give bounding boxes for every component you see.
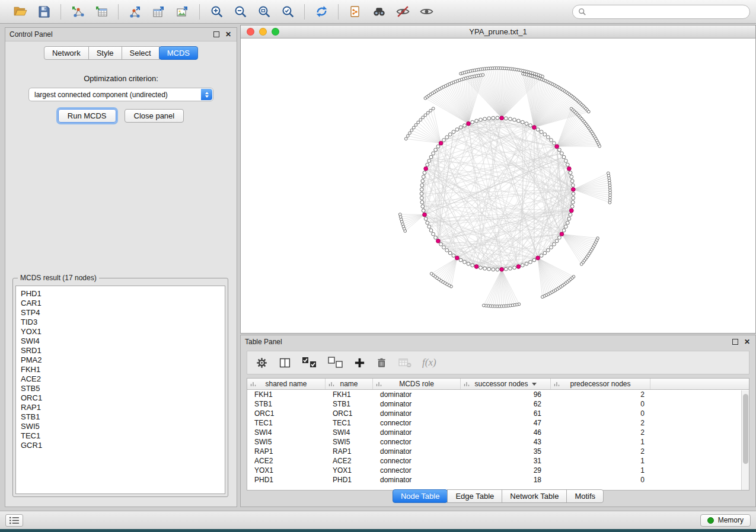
status-menu-button[interactable] [5,514,23,527]
mcds-result-item[interactable]: GCR1 [16,441,225,450]
close-mcds-panel-button[interactable]: Close panel [125,109,184,123]
close-control-panel-button[interactable]: ✕ [224,30,232,39]
column-header-successor-nodes[interactable]: successor nodes [461,379,551,389]
table-tab-motifs[interactable]: Motifs [566,489,604,503]
memory-status-dot [707,517,714,524]
window-zoom-button[interactable] [272,28,279,36]
report-button[interactable] [347,4,363,20]
table-cell: 2 [551,428,650,437]
mcds-result-item[interactable]: SWI4 [16,336,225,346]
search-input[interactable] [590,8,744,16]
float-table-panel-button[interactable] [731,338,739,346]
tab-mcds[interactable]: MCDS [159,46,198,60]
deselect-all-icon [328,357,343,368]
application-window: Control Panel ✕ NetworkStyleSelectMCDS O… [0,0,756,529]
column-header-name[interactable]: name [326,379,373,389]
zoom-selected-button[interactable] [279,4,296,20]
mcds-result-item[interactable]: SWI5 [16,422,225,431]
table-row[interactable]: SWI4SWI4dominator462 [247,428,749,437]
table-tab-node-table[interactable]: Node Table [393,489,448,503]
import-table-button[interactable] [93,4,110,20]
mcds-result-item[interactable]: PMA2 [16,355,225,365]
table-cell: ACE2 [247,457,326,465]
memory-button[interactable]: Memory [700,514,751,527]
mcds-result-title: MCDS result (17 nodes) [18,274,99,282]
zoom-fit-button[interactable] [256,4,272,20]
tab-select[interactable]: Select [122,46,160,60]
network-svg[interactable] [241,39,755,333]
run-mcds-button[interactable]: Run MCDS [58,109,116,123]
window-close-button[interactable] [247,28,254,36]
table-tab-network-table[interactable]: Network Table [502,489,567,503]
find-network-button[interactable] [371,4,387,20]
delete-table-button[interactable] [398,355,412,370]
mcds-result-item[interactable]: SRD1 [16,346,225,355]
import-network-button[interactable] [69,4,86,20]
float-control-panel-button[interactable] [212,30,221,39]
search-box[interactable] [572,5,750,19]
mcds-result-item[interactable]: STP4 [16,308,225,318]
mcds-result-item[interactable]: STB1 [16,412,225,422]
tab-network[interactable]: Network [44,46,89,60]
export-table-button[interactable] [151,4,167,20]
mcds-result-item[interactable]: CAR1 [16,299,225,308]
table-row[interactable]: STB1STB1dominator620 [247,399,749,409]
column-header-predecessor-nodes[interactable]: predecessor nodes [551,379,650,389]
show-columns-button[interactable] [279,355,291,370]
mcds-result-item[interactable]: PHD1 [16,289,225,299]
table-cell: RAP1 [247,447,326,456]
window-minimize-button[interactable] [259,28,267,36]
table-tab-edge-table[interactable]: Edge Table [447,489,502,503]
table-row[interactable]: PHD1PHD1dominator180 [247,475,749,485]
mcds-result-item[interactable]: FKH1 [16,365,225,374]
show-details-button[interactable] [418,4,435,20]
save-session-button[interactable] [36,4,52,20]
column-header-MCDS-role[interactable]: MCDS role [373,379,461,389]
mcds-result-item[interactable]: STB5 [16,384,225,393]
table-row[interactable]: YOX1YOX1connector291 [247,466,749,475]
zoom-in-button[interactable] [208,4,225,20]
table-row[interactable]: ORC1ORC1dominator610 [247,409,749,418]
table-cell: 1 [551,457,650,465]
mcds-result-item[interactable]: ORC1 [16,393,225,403]
column-header-shared-name[interactable]: shared name [247,379,326,389]
mcds-result-item[interactable]: YOX1 [16,327,225,336]
refresh-view-button[interactable] [313,4,330,20]
mcds-result-item[interactable]: TID3 [16,318,225,327]
open-session-button[interactable] [12,4,28,20]
table-cell: 46 [461,428,551,437]
table-row[interactable]: SWI5SWI5connector431 [247,437,749,447]
table-row[interactable]: TEC1TEC1connector472 [247,418,749,428]
select-all-button[interactable] [302,355,317,370]
criterion-dropdown[interactable]: largest connected component (undirected) [28,88,213,101]
table-row[interactable]: FKH1FKH1dominator962 [247,390,749,399]
table-mode-button[interactable] [256,355,268,370]
table-row[interactable]: ACE2ACE2connector311 [247,456,749,466]
open-folder-icon [13,4,28,19]
table-cell: STB1 [326,400,373,408]
close-table-panel-button[interactable]: ✕ [743,338,751,346]
mcds-result-item[interactable]: TEC1 [16,431,225,441]
list-icon [9,517,20,524]
table-scrollbar[interactable] [741,390,749,490]
network-window-titlebar: YPA_prune.txt_1 [241,25,755,39]
function-builder-button[interactable]: f(x) [422,355,436,370]
hide-details-button[interactable] [394,4,411,20]
deselect-all-button[interactable] [328,355,343,370]
new-column-button[interactable] [354,355,365,370]
mcds-result-item[interactable]: ACE2 [16,374,225,384]
table-cell: 47 [461,419,551,427]
table-cell: ORC1 [326,409,373,418]
delete-column-button[interactable] [376,355,387,370]
zoom-out-button[interactable] [232,4,248,20]
export-image-button[interactable] [174,4,191,20]
table-row[interactable]: RAP1RAP1dominator352 [247,447,749,456]
optimization-criterion-label: Optimization criterion: [5,74,237,83]
scrollbar-thumb[interactable] [743,394,748,464]
export-network-button[interactable] [127,4,143,20]
table-cell: 62 [461,400,551,408]
mcds-result-item[interactable]: RAP1 [16,403,225,412]
trash-icon [376,357,387,369]
table-cell: 1 [551,438,650,446]
tab-style[interactable]: Style [88,46,122,60]
